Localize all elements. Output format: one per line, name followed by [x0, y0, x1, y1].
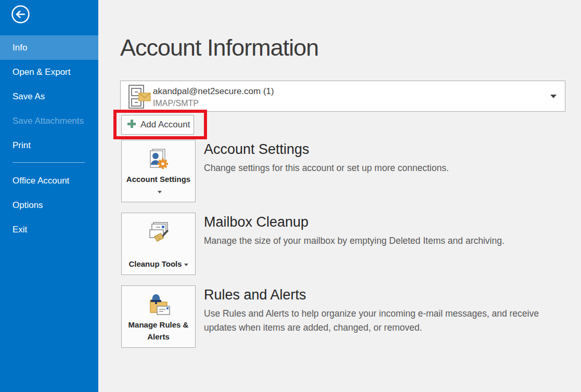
- rules-alerts-icon: [146, 293, 172, 321]
- button-label-text: Account Settings: [126, 175, 190, 184]
- sidebar-item-label: Save Attachments: [12, 116, 84, 126]
- sidebar-item-label: Exit: [12, 225, 27, 234]
- cleanup-tools-button-label: Cleanup Tools: [125, 258, 192, 270]
- sidebar-item-open-export[interactable]: Open & Export: [0, 60, 98, 84]
- sidebar-item-exit[interactable]: Exit: [0, 217, 98, 242]
- button-label-text: Manage Rules & Alerts: [128, 320, 189, 341]
- sidebar-item-info[interactable]: Info: [0, 35, 98, 60]
- account-selector-dropdown[interactable]: akandpal@net2secure.com (1) IMAP/SMTP: [120, 81, 565, 112]
- dropdown-caret-icon: [184, 264, 188, 266]
- sidebar-item-label: Office Account: [12, 176, 69, 186]
- backstage-sidebar: Info Open & Export Save As Save Attachme…: [0, 0, 98, 392]
- add-account-label: Add Account: [140, 120, 190, 130]
- account-email: akandpal@net2secure.com (1): [153, 86, 274, 97]
- account-settings-heading: Account Settings: [204, 141, 309, 158]
- plus-icon: [127, 119, 136, 130]
- sidebar-item-label: Print: [12, 140, 31, 150]
- account-protocol: IMAP/SMTP: [153, 99, 199, 108]
- mailbox-cleanup-description: Manage the size of your mailbox by empty…: [204, 234, 553, 248]
- sidebar-item-label: Info: [12, 43, 27, 53]
- account-settings-button-label: Account Settings: [125, 173, 192, 197]
- sidebar-item-save-attachments: Save Attachments: [0, 109, 98, 133]
- sidebar-item-label: Open & Export: [12, 67, 71, 77]
- dropdown-caret-icon: [158, 191, 162, 193]
- account-settings-button[interactable]: Account Settings: [121, 140, 196, 202]
- sidebar-item-office-account[interactable]: Office Account: [0, 168, 98, 193]
- manage-rules-alerts-button-label: Manage Rules & Alerts: [125, 319, 192, 343]
- cleanup-tools-button[interactable]: Cleanup Tools: [121, 213, 196, 275]
- manage-rules-alerts-button[interactable]: Manage Rules & Alerts: [121, 285, 196, 348]
- add-account-button[interactable]: Add Account: [121, 115, 194, 135]
- back-arrow-icon: [11, 17, 30, 25]
- mail-account-cabinet-icon: [126, 84, 151, 111]
- account-settings-icon: [146, 148, 172, 176]
- sidebar-divider: [12, 162, 85, 163]
- button-label-text: Cleanup Tools: [128, 259, 182, 268]
- sidebar-item-label: Options: [12, 200, 43, 210]
- back-button[interactable]: [11, 5, 30, 24]
- sidebar-item-save-as[interactable]: Save As: [0, 84, 98, 109]
- cleanup-tools-icon: [146, 220, 172, 249]
- rules-alerts-description: Use Rules and Alerts to help organize yo…: [204, 307, 553, 335]
- sidebar-item-options[interactable]: Options: [0, 193, 98, 217]
- sidebar-item-print[interactable]: Print: [0, 133, 98, 158]
- outlook-backstage-view: Info Open & Export Save As Save Attachme…: [0, 0, 581, 392]
- sidebar-item-label: Save As: [12, 92, 45, 101]
- chevron-down-icon: [550, 95, 557, 98]
- mailbox-cleanup-heading: Mailbox Cleanup: [204, 214, 308, 230]
- account-settings-description: Change settings for this account or set …: [204, 161, 553, 175]
- page-title: Account Information: [120, 34, 318, 61]
- rules-alerts-heading: Rules and Alerts: [204, 287, 306, 303]
